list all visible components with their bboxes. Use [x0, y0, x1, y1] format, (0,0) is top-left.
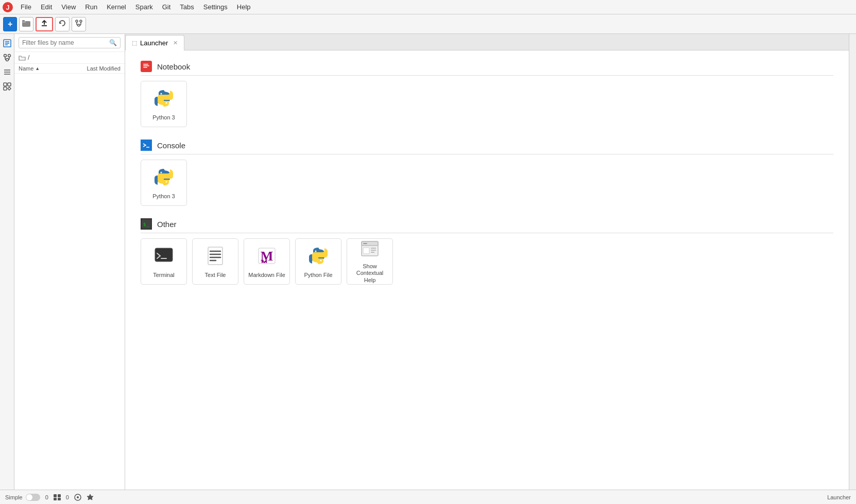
folder-browse-button[interactable]: [19, 17, 33, 31]
mode-toggle-switch[interactable]: [26, 494, 40, 501]
sidebar-list-button[interactable]: [1, 66, 13, 78]
markdown-file-card[interactable]: M Markdown File: [244, 238, 290, 285]
python3-notebook-card[interactable]: Python 3: [141, 81, 187, 127]
tab-bar: ⬚ Launcher ✕: [125, 34, 849, 50]
svg-point-35: [166, 181, 167, 182]
file-panel: 🔍 / Name ▲ Last Modified: [14, 34, 125, 490]
menu-bar: J File Edit View Run Kernel Spark Git Ta…: [0, 0, 856, 14]
svg-point-8: [78, 24, 80, 26]
sidebar-extensions-button[interactable]: [1, 80, 13, 93]
python-file-card[interactable]: Python File: [295, 238, 341, 285]
text-file-card-icon: [204, 245, 227, 267]
right-sidebar: [849, 34, 856, 490]
svg-point-30: [161, 93, 162, 94]
svg-point-34: [161, 171, 162, 173]
main-layout: 🔍 / Name ▲ Last Modified ⬚ Launcher: [0, 34, 856, 490]
menu-git[interactable]: Git: [158, 2, 175, 12]
python-file-card-label: Python File: [304, 271, 332, 279]
menu-file[interactable]: File: [16, 2, 36, 12]
close-tab-icon[interactable]: ✕: [173, 40, 178, 46]
contextual-help-card-icon: [358, 239, 381, 259]
git-icon: [75, 20, 82, 28]
svg-rect-24: [8, 83, 11, 86]
svg-point-48: [320, 259, 322, 261]
menu-kernel[interactable]: Kernel: [102, 2, 130, 12]
refresh-button[interactable]: [55, 17, 70, 31]
launcher-tab[interactable]: ⬚ Launcher ✕: [125, 35, 184, 50]
file-search-header: 🔍: [14, 34, 125, 52]
other-section-icon: $_: [141, 218, 152, 230]
terminal-card[interactable]: Terminal: [141, 238, 187, 285]
sidebar-git-button[interactable]: [1, 51, 13, 64]
other-section-header: $_ Other: [141, 218, 833, 233]
git-button[interactable]: [72, 17, 86, 31]
refresh-icon: [59, 20, 66, 28]
upload-button[interactable]: [36, 17, 53, 31]
launcher-content: Notebook: [125, 50, 849, 490]
modified-column-header[interactable]: Last Modified: [74, 65, 121, 72]
menu-help[interactable]: Help: [233, 2, 255, 12]
status-right-label: Launcher: [827, 494, 851, 500]
markdown-file-card-label: Markdown File: [248, 271, 285, 279]
svg-point-7: [80, 20, 82, 22]
python-notebook-icon: [152, 87, 175, 110]
new-launcher-button[interactable]: +: [3, 17, 17, 31]
toolbar: +: [0, 14, 856, 34]
svg-rect-58: [54, 498, 57, 500]
name-column-header[interactable]: Name ▲: [19, 65, 74, 72]
svg-rect-23: [4, 83, 7, 86]
upload-icon: [41, 20, 48, 28]
python-console-icon: [152, 166, 175, 188]
contextual-help-card[interactable]: Show Contextual Help: [347, 238, 393, 285]
other-cards: Terminal Text: [141, 238, 833, 285]
svg-rect-57: [58, 494, 61, 497]
svg-point-31: [166, 102, 167, 103]
text-file-card-label: Text File: [205, 271, 226, 279]
python3-console-label: Python 3: [152, 193, 175, 200]
svg-rect-28: [143, 67, 147, 68]
svg-rect-29: [143, 64, 148, 65]
svg-rect-4: [22, 20, 25, 22]
plus-icon: +: [8, 20, 12, 29]
current-path: /: [28, 54, 29, 61]
svg-point-17: [6, 59, 8, 61]
sidebar-files-button[interactable]: [1, 37, 13, 49]
status-kernel-icon: [74, 494, 81, 501]
mode-toggle: Simple: [5, 494, 40, 501]
folder-open-icon: [19, 55, 26, 61]
svg-rect-26: [142, 62, 151, 71]
app-logo: J: [2, 2, 13, 13]
console-section: Console Python 3: [141, 140, 833, 206]
menu-tabs[interactable]: Tabs: [176, 2, 198, 12]
svg-point-61: [77, 496, 79, 498]
notebook-section-title: Notebook: [157, 62, 190, 71]
svg-point-6: [76, 20, 78, 22]
search-input[interactable]: [22, 39, 107, 46]
svg-rect-51: [363, 248, 369, 254]
svg-point-16: [8, 55, 10, 57]
svg-text:$_: $_: [143, 222, 149, 227]
contextual-help-card-label: Show Contextual Help: [351, 263, 388, 284]
menu-settings[interactable]: Settings: [199, 2, 232, 12]
status-count2: 0: [66, 494, 69, 500]
python3-console-card[interactable]: Python 3: [141, 160, 187, 206]
file-search-box[interactable]: 🔍: [19, 37, 121, 48]
console-section-header: Console: [141, 140, 833, 154]
menu-spark[interactable]: Spark: [131, 2, 157, 12]
status-settings-icon[interactable]: [87, 494, 94, 501]
markdown-file-card-icon: M: [255, 245, 278, 267]
toggle-knob: [26, 494, 32, 500]
svg-rect-27: [143, 65, 149, 66]
text-file-card[interactable]: Text File: [192, 238, 238, 285]
svg-marker-62: [87, 494, 93, 500]
menu-edit[interactable]: Edit: [37, 2, 56, 12]
other-section-title: Other: [157, 220, 177, 229]
sidebar-icons: [0, 34, 14, 490]
menu-run[interactable]: Run: [81, 2, 101, 12]
terminal-card-icon: [152, 245, 175, 267]
search-icon: 🔍: [109, 39, 117, 46]
python-file-card-icon: [307, 245, 330, 267]
status-bar: Simple 0 0 Launcher: [0, 490, 856, 504]
svg-rect-40: [208, 247, 222, 265]
menu-view[interactable]: View: [57, 2, 80, 12]
